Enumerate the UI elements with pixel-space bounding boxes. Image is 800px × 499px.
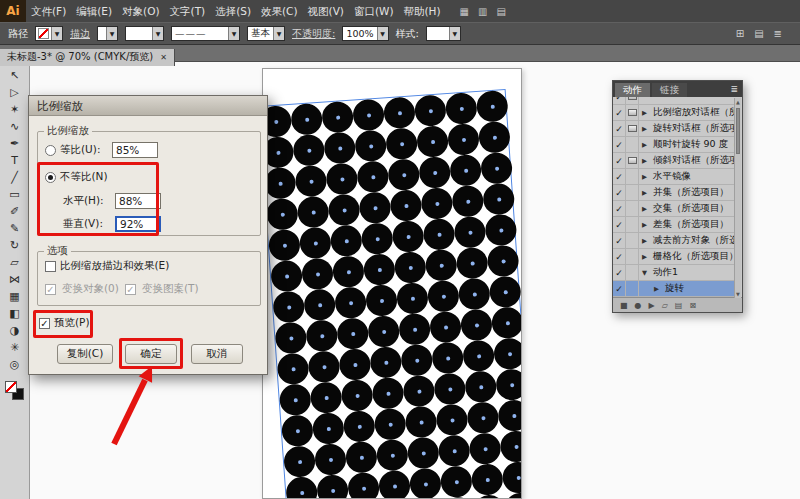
fill-color-dropdown[interactable]: ▼ [35, 26, 63, 41]
black-circle[interactable] [354, 129, 387, 162]
action-checkbox[interactable]: ✓ [613, 281, 626, 296]
black-circle[interactable] [398, 313, 431, 346]
black-circle[interactable] [431, 342, 464, 375]
black-circle[interactable] [466, 401, 499, 434]
lasso-tool-icon[interactable]: ∿ [4, 118, 26, 135]
black-circle[interactable] [504, 492, 522, 499]
black-circle[interactable] [285, 476, 318, 499]
opacity-dropdown[interactable]: 100% ▼ [342, 26, 388, 41]
mesh-tool-icon[interactable]: ▦ [4, 288, 26, 305]
tab-actions[interactable]: 动作 [615, 83, 650, 97]
action-dialog-toggle[interactable] [626, 281, 639, 296]
black-circle[interactable] [484, 214, 517, 247]
action-checkbox[interactable]: ✓ [613, 121, 626, 136]
black-circle[interactable] [310, 381, 343, 414]
black-circle[interactable] [469, 432, 502, 465]
width-tool-icon[interactable]: ⋈ [4, 271, 26, 288]
stroke-link[interactable]: 描边 [70, 27, 90, 41]
scale-tool-icon[interactable]: ▱ [4, 254, 26, 271]
panel-options-icon[interactable]: ≣ [774, 28, 782, 39]
action-checkbox[interactable]: ✓ [613, 97, 626, 104]
black-circle[interactable] [292, 134, 325, 167]
black-circle[interactable] [338, 348, 371, 381]
action-checkbox[interactable]: ✓ [613, 233, 626, 248]
black-circle[interactable] [328, 193, 361, 226]
blend-tool-icon[interactable]: ◑ [4, 322, 26, 339]
black-circle[interactable] [416, 125, 449, 158]
black-circle[interactable] [358, 191, 391, 224]
black-circle[interactable] [316, 474, 349, 499]
actions-scrollbar[interactable]: ▲ ▼ [734, 98, 741, 298]
tab-links[interactable]: 链接 [652, 83, 687, 97]
black-circle[interactable] [418, 156, 451, 189]
action-checkbox[interactable]: ✓ [613, 137, 626, 152]
appearance-dropdown[interactable]: 基本 ▼ [247, 26, 285, 41]
stop-icon[interactable]: ■ [620, 298, 628, 313]
black-circle[interactable] [402, 375, 435, 408]
action-dialog-toggle[interactable] [626, 233, 639, 248]
zoom-tool-icon[interactable]: ◎ [4, 356, 26, 373]
brush-definition-dropdown[interactable]: ——— ▼ [171, 26, 240, 41]
horizontal-input[interactable] [115, 193, 161, 209]
action-row[interactable]: ✓▶水平镜像 [613, 169, 735, 185]
action-checkbox[interactable]: ✓ [613, 201, 626, 216]
action-row[interactable]: ✓▶顺时针旋转 90 度（... [613, 137, 735, 153]
uniform-input[interactable] [112, 142, 158, 158]
expand-triangle-icon[interactable]: ▶ [642, 125, 650, 133]
black-circle[interactable] [274, 321, 307, 354]
black-circle[interactable] [305, 319, 338, 352]
black-circle[interactable] [392, 220, 425, 253]
black-circle[interactable] [487, 244, 520, 277]
black-circle[interactable] [336, 317, 369, 350]
black-circle[interactable] [301, 257, 334, 290]
black-circle[interactable] [385, 127, 418, 160]
black-circle[interactable] [409, 467, 442, 499]
black-circle[interactable] [374, 408, 407, 441]
black-circle[interactable] [476, 90, 509, 123]
black-circle[interactable] [471, 463, 504, 496]
menu-item[interactable]: 选择(S) [210, 0, 256, 22]
black-circle[interactable] [440, 465, 473, 498]
black-circle[interactable] [323, 132, 356, 165]
vertical-input[interactable] [115, 216, 161, 232]
black-circle[interactable] [464, 370, 497, 403]
black-circle[interactable] [394, 251, 427, 284]
expand-triangle-icon[interactable]: ▶ [642, 221, 650, 229]
arrange-documents-icon[interactable]: ▥ [478, 6, 487, 17]
action-row[interactable]: ✓▶减去前方对象（所选... [613, 233, 735, 249]
action-dialog-toggle[interactable] [626, 137, 639, 152]
black-circle[interactable] [334, 286, 367, 319]
action-row[interactable]: ✓▶栅格化（所选项目） [613, 249, 735, 265]
black-circle[interactable] [307, 350, 340, 383]
pen-tool-icon[interactable]: ✒ [4, 135, 26, 152]
magic-wand-tool-icon[interactable]: ✶ [4, 101, 26, 118]
rotate-tool-icon[interactable]: ↻ [4, 237, 26, 254]
action-dialog-toggle[interactable] [626, 249, 639, 264]
expand-triangle-icon[interactable]: ▶ [642, 141, 650, 149]
uniform-radio[interactable] [45, 145, 56, 156]
black-circle[interactable] [502, 461, 522, 494]
black-circle[interactable] [489, 275, 522, 308]
black-circle[interactable] [400, 344, 433, 377]
selection-tool-icon[interactable]: ↖ [4, 67, 26, 84]
black-circle[interactable] [420, 187, 453, 220]
action-row[interactable]: ✓▶并集（所选项目） [613, 185, 735, 201]
black-circle[interactable] [330, 224, 363, 257]
black-circle[interactable] [343, 410, 376, 443]
action-dialog-toggle[interactable] [626, 121, 639, 136]
action-row[interactable]: ✓▶旋转对话框（所选项... [613, 121, 735, 137]
rectangle-tool-icon[interactable]: ▭ [4, 186, 26, 203]
action-checkbox[interactable]: ✓ [613, 169, 626, 184]
black-circle[interactable] [480, 152, 513, 185]
pencil-tool-icon[interactable]: ✎ [4, 220, 26, 237]
black-circle[interactable] [445, 92, 478, 125]
new-set-folder-icon[interactable]: ▱ [662, 298, 668, 313]
paintbrush-tool-icon[interactable]: ✐ [4, 203, 26, 220]
circle-pattern[interactable] [262, 89, 522, 499]
scrollbar-thumb[interactable] [736, 108, 740, 154]
black-circle[interactable] [294, 165, 327, 198]
black-circle[interactable] [482, 183, 515, 216]
black-circle[interactable] [376, 439, 409, 472]
black-circle[interactable] [407, 436, 440, 469]
action-dialog-toggle[interactable] [626, 97, 639, 104]
